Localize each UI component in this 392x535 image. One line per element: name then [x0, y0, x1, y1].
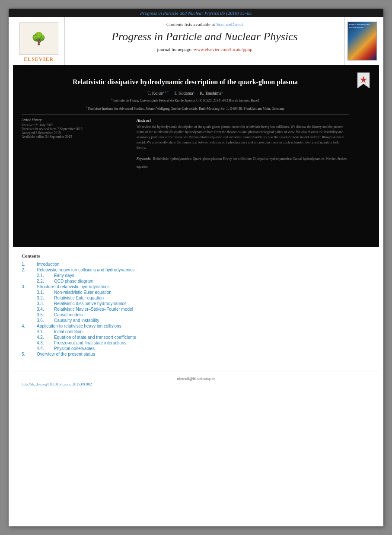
- abstract-text: We review the hydrodynamic description o…: [137, 124, 349, 150]
- toc-item-3-6: 3.6. Causality and instability: [22, 318, 370, 323]
- journal-title-area: Contents lists available at ScienceDirec…: [65, 17, 344, 65]
- journal-header: 🌳 ELSEVIER Contents lists available at S…: [13, 17, 379, 65]
- elsevier-logo-section: 🌳 ELSEVIER: [13, 17, 65, 65]
- toc-item-4-4: 4.4. Physical observables: [22, 346, 370, 351]
- article-info-section: Article history: Received 21 July 2015 R…: [22, 118, 349, 169]
- toc-item-3-5: 3.5. Causal models: [22, 312, 370, 317]
- author3-name: K. Tsushima: [200, 91, 221, 96]
- affiliation-b: b Frankfurt Institute for Advanced Studi…: [22, 106, 349, 111]
- toc-item-3-4: 3.4. Relativistic Navier–Stokes–Fourier …: [22, 307, 370, 312]
- toc-item-4: 4. Application to relativistic heavy ion…: [22, 324, 370, 328]
- history-accepted: Accepted 8 September 2015: [22, 131, 128, 135]
- toc-item-1: 1. Introduction: [22, 262, 370, 267]
- author2-name: T. Kodama: [174, 91, 193, 96]
- toc-item-5: 5. Overview of the present status: [22, 352, 370, 357]
- sciencedirect-link[interactable]: ScienceDirect: [216, 22, 243, 27]
- top-citation-bar: Progress in Particle and Nuclear Physics…: [9, 9, 383, 17]
- authors-line: T. Koidea b * T. Kodamaa K. Tsushimaa: [22, 90, 349, 96]
- keywords-title: Keywords:: [137, 157, 151, 161]
- keywords-text: Relativistic hydrodynamics; Quark-gluon …: [137, 157, 347, 169]
- article-title: Relativistic dissipative hydrodynamic de…: [22, 76, 349, 86]
- footer-email: rderradi@ifi.unicamp.br: [22, 376, 370, 381]
- toc-item-3: 3. Structure of relativistic hydrodynami…: [22, 284, 370, 289]
- journal-homepage-line: journal homepage: www.elsevier.com/locat…: [73, 47, 336, 52]
- article-history-box: Article history: Received 21 July 2015 R…: [22, 118, 128, 169]
- article-dark-section: Relativistic dissipative hydrodynamic de…: [13, 65, 379, 247]
- footer-doi[interactable]: http://dx.doi.org/10.1016/j.ppnp.2015.09…: [22, 382, 370, 386]
- cover-thumbnail: Progress in Particle and Nuclear Physics: [347, 22, 377, 61]
- elsevier-tree-logo: 🌳: [19, 22, 58, 55]
- abstract-box: Abstract We review the hydrodynamic desc…: [137, 118, 349, 169]
- sciencedirect-line: Contents lists available at ScienceDirec…: [73, 22, 336, 27]
- divider-1: [22, 114, 349, 115]
- history-available: Available online 24 September 2015: [22, 135, 128, 139]
- toc-item-4-2: 4.2. Equation of state and transport coe…: [22, 335, 370, 340]
- doi-link[interactable]: http://dx.doi.org/10.1016/j.ppnp.2015.09…: [22, 382, 92, 386]
- author2-sup: a: [193, 90, 194, 94]
- toc-item-4-1: 4.1. Initial condition: [22, 329, 370, 334]
- journal-cover-image: Progress in Particle and Nuclear Physics: [344, 17, 379, 65]
- toc-section: Contents 1. Introduction 2. Relativistic…: [13, 247, 379, 367]
- history-received: Received 21 July 2015: [22, 123, 128, 127]
- affiliation-a: a Instituto de Física, Universidade Fede…: [22, 98, 349, 102]
- journal-title: Progress in Particle and Nuclear Physics: [73, 30, 336, 43]
- contents-available-text: Contents lists available at: [166, 22, 215, 27]
- elsevier-brand: ELSEVIER: [24, 56, 54, 63]
- toc-item-2: 2. Relativistic heavy ion collisions and…: [22, 268, 370, 272]
- article-page: Progress in Particle and Nuclear Physics…: [9, 9, 383, 526]
- bookmark-icon[interactable]: [357, 72, 370, 89]
- keywords-section: Keywords: Relativistic hydrodynamics; Qu…: [137, 154, 349, 169]
- tree-icon: 🌳: [31, 33, 46, 45]
- toc-item-3-2: 3.2. Relativistic Euler equation: [22, 296, 370, 300]
- history-revised: Received in revised form 7 September 201…: [22, 127, 128, 131]
- cover-thumb-text: Progress in Particle and Nuclear Physics: [349, 23, 375, 29]
- author3-sup: a: [221, 90, 223, 94]
- homepage-label: journal homepage:: [157, 47, 192, 52]
- toc-title: Contents: [22, 253, 370, 258]
- toc-item-4-3: 4.3. Freeze-out and final state interact…: [22, 341, 370, 345]
- abstract-title: Abstract: [137, 118, 349, 123]
- author1-name: T. Koide: [148, 91, 163, 96]
- toc-item-3-3: 3.3. Relativistic dissipative hydrodynam…: [22, 301, 370, 306]
- corresponding-author-email: rderradi@ifi.unicamp.br: [177, 376, 215, 381]
- homepage-url[interactable]: www.elsevier.com/locate/ppnp: [194, 47, 252, 52]
- author1-sup-star: *: [166, 90, 169, 94]
- toc-item-2-1: 2.1. Early days: [22, 273, 370, 278]
- citation-text: Progress in Particle and Nuclear Physics…: [140, 10, 252, 16]
- history-title: Article history:: [22, 118, 128, 122]
- toc-item-2-2: 2.2. QCD phase diagram: [22, 279, 370, 283]
- footer-section: rderradi@ifi.unicamp.br http://dx.doi.or…: [13, 372, 379, 391]
- toc-item-3-1: 3.1. Non-relativistic Euler equation: [22, 290, 370, 295]
